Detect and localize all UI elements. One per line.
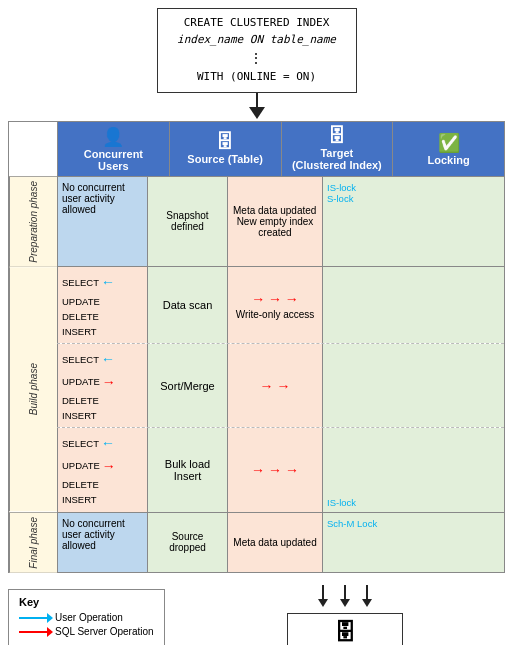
- build-content: SELECT ← UPDATE DELETE INSERT: [57, 267, 504, 511]
- build-phase-label: Build phase: [9, 267, 57, 511]
- larrow-select-3: ←: [101, 432, 115, 454]
- final-source: Source dropped: [147, 513, 227, 573]
- bottom-area: Key User Operation SQL Server Operation: [8, 579, 505, 645]
- build-sub2-locking: [322, 344, 504, 427]
- crud-insert-1: INSERT: [62, 324, 143, 339]
- main-diagram: 👤 Concurrent Users 🗄 Source (Table) 🗄 Ta…: [8, 121, 505, 574]
- rarrow-3c: →: [285, 462, 299, 478]
- rarrow-update-2: →: [102, 371, 116, 393]
- final-concurrent-text: No concurrent user activity allowed: [62, 518, 125, 551]
- crud-delete-3: DELETE: [62, 477, 143, 492]
- header-target-label: Target (Clustered Index): [292, 147, 382, 171]
- build-sub1-target: → → → Write-only access: [227, 267, 322, 343]
- crud-update-1: UPDATE: [62, 294, 143, 309]
- final-label-text: Final phase: [28, 517, 39, 569]
- build-sub3-target: → → →: [227, 428, 322, 511]
- select-label-3: SELECT: [62, 436, 99, 451]
- lock-icon: ✅: [438, 132, 460, 154]
- insert-label-3: INSERT: [62, 492, 97, 507]
- build-sub1-source-text: Data scan: [163, 299, 213, 311]
- build-sub2-concurrent: SELECT ← UPDATE → DELETE INSERT: [57, 344, 147, 427]
- header-row: 👤 Concurrent Users 🗄 Source (Table) 🗄 Ta…: [9, 122, 504, 177]
- crud-select-2: SELECT ←: [62, 348, 143, 370]
- rarrow-1a: →: [251, 291, 265, 307]
- crud-select-3: SELECT ←: [62, 432, 143, 454]
- sql-line3: WITH (ONLINE = ON): [168, 69, 346, 86]
- delete-label-1: DELETE: [62, 309, 99, 324]
- update-label-2: UPDATE: [62, 374, 100, 389]
- header-concurrent: 👤 Concurrent Users: [57, 122, 169, 176]
- arrow1: [318, 599, 328, 607]
- build-sub1-concurrent: SELECT ← UPDATE DELETE INSERT: [57, 267, 147, 343]
- table-icon: 🗄: [216, 132, 234, 153]
- header-source: 🗄 Source (Table): [169, 122, 281, 176]
- update-label-1: UPDATE: [62, 294, 100, 309]
- select-label-1: SELECT: [62, 275, 99, 290]
- prep-target-text1: Meta data updated: [233, 205, 316, 216]
- rarrow-2a: →: [259, 378, 273, 394]
- header-locking: ✅ Locking: [392, 122, 504, 176]
- final-concurrent: No concurrent user activity allowed: [57, 513, 147, 573]
- prep-source: Snapshot defined: [147, 177, 227, 267]
- rarrow-line-3: → → →: [251, 462, 299, 478]
- final-phase-row: Final phase No concurrent user activity …: [9, 513, 504, 573]
- user-icon: 👤: [102, 126, 124, 148]
- crud-insert-2: INSERT: [62, 408, 143, 423]
- prep-locking: IS-lock S-lock: [322, 177, 504, 267]
- update-label-3: UPDATE: [62, 458, 100, 473]
- header-locking-label: Locking: [428, 154, 470, 166]
- arr3: [362, 585, 372, 607]
- final-locking: Sch-M Lock: [322, 513, 504, 573]
- larrow-select-1: ←: [101, 271, 115, 293]
- crud-select-1: SELECT ←: [62, 271, 143, 293]
- final-phase-label: Final phase: [9, 513, 57, 573]
- final-source-text: Source dropped: [152, 531, 223, 553]
- rarrow-3b: →: [268, 462, 282, 478]
- target-icon: 🗄: [328, 126, 346, 147]
- crud-ops-2: SELECT ← UPDATE → DELETE INSERT: [62, 348, 143, 423]
- prep-source-text: Snapshot defined: [152, 210, 223, 232]
- user-op-arrow: [19, 617, 49, 619]
- clustered-index-box: 🗄 Clustered Index: [287, 613, 404, 645]
- build-is-lock: IS-lock: [327, 497, 356, 508]
- three-arrows: [318, 585, 372, 607]
- delete-label-3: DELETE: [62, 477, 99, 492]
- crud-update-2: UPDATE →: [62, 371, 143, 393]
- sql-line1: CREATE CLUSTERED INDEX: [168, 15, 346, 32]
- prep-is-lock: IS-lock: [327, 182, 500, 193]
- crud-ops-3: SELECT ← UPDATE → DELETE INSERT: [62, 432, 143, 507]
- final-target: Meta data updated: [227, 513, 322, 573]
- prep-label-text: Preparation phase: [28, 181, 39, 263]
- larrow-select-2: ←: [101, 348, 115, 370]
- build-sub2-target: → →: [227, 344, 322, 427]
- rarrow-1c: →: [285, 291, 299, 307]
- prep-target-text2: New empty index created: [233, 216, 317, 238]
- insert-label-2: INSERT: [62, 408, 97, 423]
- arrow3: [362, 599, 372, 607]
- prep-phase-label: Preparation phase: [9, 177, 57, 267]
- arrow-down-top: [249, 107, 265, 119]
- final-target-text: Meta data updated: [233, 537, 316, 548]
- build-sub1-locking: [322, 267, 504, 343]
- rarrow-line-2: → →: [259, 378, 290, 394]
- header-concurrent-label: Concurrent Users: [84, 148, 143, 172]
- rarrow-update-3: →: [102, 455, 116, 477]
- key-user-op: User Operation: [19, 612, 154, 623]
- db-icon: 🗄: [334, 620, 356, 645]
- arrow2: [340, 599, 350, 607]
- delete-label-2: DELETE: [62, 393, 99, 408]
- sql-op-label: SQL Server Operation: [55, 626, 154, 637]
- rarrow-line-1: → → →: [251, 291, 299, 307]
- rarrow-3a: →: [251, 462, 265, 478]
- header-target: 🗄 Target (Clustered Index): [281, 122, 393, 176]
- arr1: [318, 585, 328, 607]
- build-sub3-source-text: Bulk loadInsert: [165, 458, 210, 482]
- sql-op-arrow: [19, 631, 49, 633]
- prep-concurrent-text: No concurrent user activity allowed: [62, 182, 125, 215]
- line3: [366, 585, 368, 599]
- phase-label-spacer: [9, 122, 57, 176]
- line2: [344, 585, 346, 599]
- header-source-label: Source (Table): [187, 153, 263, 165]
- user-op-label: User Operation: [55, 612, 123, 623]
- arr2: [340, 585, 350, 607]
